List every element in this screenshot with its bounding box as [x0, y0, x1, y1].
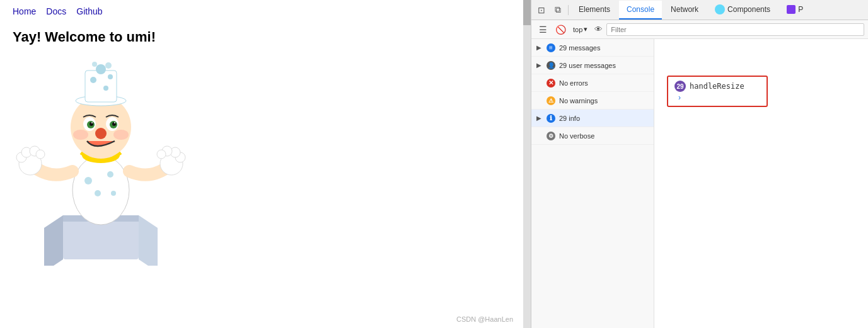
devtools-dock-icon[interactable]: ⊡: [534, 3, 549, 18]
tab-components[interactable]: Components: [707, 1, 778, 20]
error-icon: ✕: [547, 79, 555, 88]
console-filter-input[interactable]: [606, 23, 864, 36]
sidebar-toggle-icon[interactable]: ☰: [535, 22, 550, 37]
filter-messages[interactable]: ▶ ≡ 29 messages: [531, 39, 654, 57]
verbose-icon: ⚙: [547, 132, 555, 140]
svg-point-26: [114, 122, 115, 123]
expand-arrow: ▶: [536, 44, 543, 51]
svg-point-16: [96, 64, 106, 74]
expand-arrow-5: ▶: [536, 115, 543, 122]
svg-point-4: [72, 156, 129, 225]
svg-point-24: [112, 122, 116, 126]
svg-point-15: [108, 74, 113, 79]
console-sidebar: ▶ ≡ 29 messages ▶ 👤 29 user messages ✕ N…: [531, 39, 654, 328]
clear-console-icon[interactable]: 🚫: [553, 22, 568, 37]
svg-point-18: [92, 62, 97, 67]
handle-resize-popup: 29 handleResize ›: [667, 76, 768, 107]
warning-icon: ⚠: [547, 96, 555, 105]
messages-icon: ≡: [547, 43, 555, 52]
handle-resize-label[interactable]: handleResize: [690, 82, 744, 91]
watermark: CSDN @HaanLen: [456, 315, 513, 323]
svg-point-5: [84, 177, 92, 184]
react-icon: [715, 4, 725, 14]
popup-badge: 29: [674, 81, 686, 92]
nav-github[interactable]: Github: [76, 6, 102, 16]
devtools-toolbar: ☰ 🚫 top ▾ 👁: [531, 20, 868, 39]
scrollbar-thumb[interactable]: [523, 0, 531, 25]
filter-warnings[interactable]: ⚠ No warnings: [531, 92, 654, 110]
svg-point-34: [36, 150, 45, 159]
svg-point-39: [157, 150, 166, 159]
svg-point-27: [95, 128, 107, 139]
warnings-label: No warnings: [559, 97, 598, 105]
popup-arrow-row: ›: [674, 93, 760, 102]
expand-arrow-2: ▶: [536, 62, 543, 69]
verbose-label: No verbose: [559, 132, 594, 140]
page-title: Yay! Welcome to umi!: [13, 29, 511, 45]
svg-point-13: [90, 77, 96, 83]
nav-docs[interactable]: Docs: [46, 6, 66, 16]
info-label: 29 info: [559, 115, 580, 122]
popup-content-row: 29 handleResize: [674, 81, 760, 92]
user-messages-icon: 👤: [547, 61, 555, 70]
dropdown-arrow: ▾: [584, 25, 587, 33]
info-icon: ℹ: [547, 114, 555, 123]
filter-errors[interactable]: ✕ No errors: [531, 74, 654, 92]
messages-count: 29 messages: [559, 44, 600, 52]
svg-point-6: [107, 171, 113, 178]
tab-separator: [568, 5, 569, 15]
svg-point-14: [103, 86, 108, 91]
svg-point-25: [91, 122, 93, 123]
context-label: top: [573, 26, 582, 33]
expand-popup-arrow[interactable]: ›: [678, 93, 681, 102]
filter-verbose[interactable]: ⚙ No verbose: [531, 127, 654, 145]
eye-icon[interactable]: 👁: [593, 24, 604, 35]
tab-network[interactable]: Network: [663, 1, 706, 20]
svg-point-7: [95, 190, 101, 196]
console-content: ▶ ≡ 29 messages ▶ 👤 29 user messages ✕ N…: [531, 39, 868, 328]
tab-console[interactable]: Console: [619, 1, 662, 20]
devtools-panel: ⊡ ⧉ Elements Console Network Components …: [531, 0, 868, 328]
devtools-undock-icon[interactable]: ⧉: [550, 3, 565, 18]
svg-point-28: [73, 130, 88, 140]
svg-point-23: [90, 122, 93, 126]
svg-marker-3: [139, 215, 158, 266]
filter-user-messages[interactable]: ▶ 👤 29 user messages: [531, 57, 654, 74]
filter-info[interactable]: ▶ ℹ 29 info: [531, 110, 654, 127]
purple-icon: [787, 5, 796, 14]
tab-p[interactable]: P: [779, 1, 811, 20]
svg-point-17: [105, 62, 112, 69]
user-messages-count: 29 user messages: [559, 62, 616, 69]
devtools-tab-bar: ⊡ ⧉ Elements Console Network Components …: [531, 0, 868, 20]
tab-elements[interactable]: Elements: [571, 1, 618, 20]
nav-bar: Home Docs Github: [13, 6, 511, 16]
context-dropdown[interactable]: top ▾: [570, 24, 590, 35]
clown-image: [13, 58, 189, 266]
svg-point-8: [111, 191, 116, 196]
svg-point-29: [113, 130, 129, 140]
console-main: 29 handleResize ›: [654, 39, 868, 328]
nav-home[interactable]: Home: [13, 6, 36, 16]
svg-marker-2: [44, 215, 63, 266]
errors-label: No errors: [559, 79, 588, 87]
scrollbar[interactable]: [523, 0, 531, 328]
page-area: Home Docs Github Yay! Welcome to umi!: [0, 0, 523, 328]
